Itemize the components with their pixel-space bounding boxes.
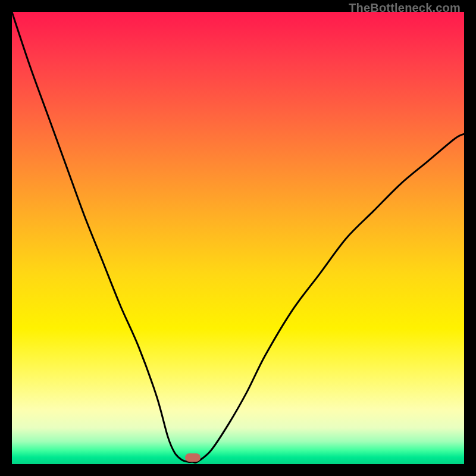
chart-curve-path — [12, 12, 464, 463]
chart-frame — [12, 12, 464, 464]
chart-marker — [185, 453, 201, 462]
watermark-text: TheBottleneck.com — [349, 1, 461, 15]
chart-curve-svg — [12, 12, 464, 464]
